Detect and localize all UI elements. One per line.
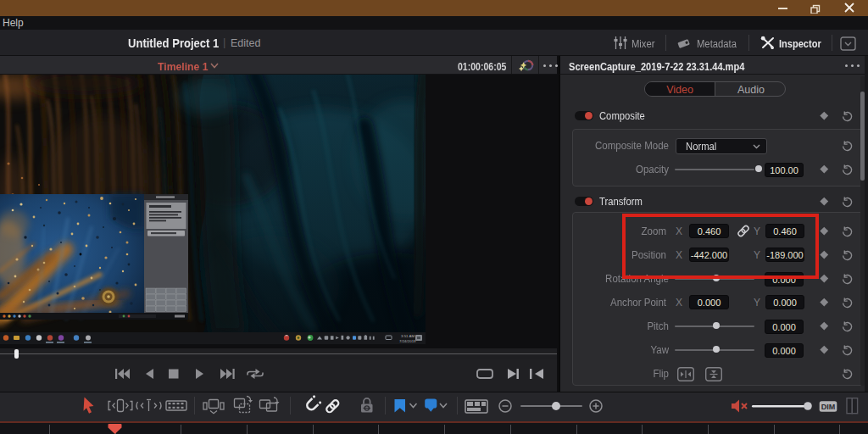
svg-text:DIM: DIM xyxy=(821,403,836,411)
svg-text:3:51 AM: 3:51 AM xyxy=(401,334,415,338)
svg-text:7/24/2019: 7/24/2019 xyxy=(399,339,416,343)
